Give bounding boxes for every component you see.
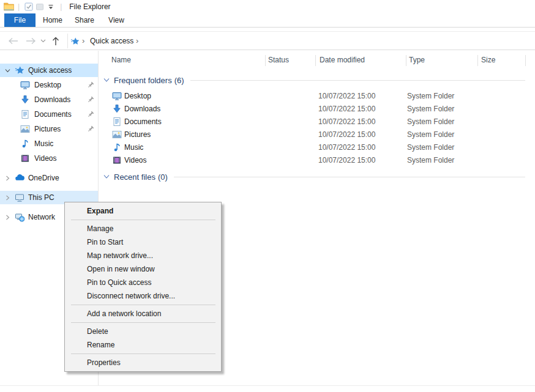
chevron-down-icon[interactable] <box>103 78 110 83</box>
sidebar-item-videos[interactable]: Videos <box>0 152 98 165</box>
menu-item-pin-to-quick-access[interactable]: Pin to Quick access <box>65 276 221 289</box>
file-row-downloads[interactable]: Downloads 10/07/2022 15:00 System Folder <box>99 103 535 116</box>
menu-item-open-in-new-window[interactable]: Open in new window <box>65 262 221 276</box>
file-row-documents[interactable]: Documents 10/07/2022 15:00 System Folder <box>99 116 535 128</box>
ribbon-tab-bar: File Home Share View <box>0 13 535 28</box>
up-arrow-icon[interactable] <box>49 32 62 50</box>
desktop-icon <box>112 91 122 101</box>
file-type: System Folder <box>407 141 454 154</box>
pin-icon <box>87 96 94 103</box>
menu-separator <box>71 305 215 305</box>
file-name: Documents <box>124 116 162 128</box>
chevron-right-icon[interactable] <box>5 215 11 220</box>
tab-view[interactable]: View <box>102 13 131 27</box>
file-type: System Folder <box>407 116 454 128</box>
documents-icon <box>20 109 30 119</box>
tab-home[interactable]: Home <box>38 13 67 27</box>
sidebar-item-label: Quick access <box>28 66 72 75</box>
column-header-date-modified[interactable]: Date modified <box>320 51 365 70</box>
sidebar-item-label: Documents <box>34 110 72 119</box>
file-explorer-folder-icon <box>4 2 14 12</box>
group-header-frequent-folders[interactable]: Frequent folders (6) <box>99 75 535 86</box>
sidebar-item-label: Videos <box>34 154 56 163</box>
sidebar-item-label: Downloads <box>34 95 70 104</box>
quick-access-star-icon[interactable] <box>70 37 80 46</box>
file-date-modified: 10/07/2022 15:00 <box>318 128 375 141</box>
sidebar-item-documents[interactable]: Documents <box>0 108 98 121</box>
sidebar-item-label: Network <box>28 213 55 221</box>
menu-item-rename[interactable]: Rename <box>65 338 221 352</box>
chevron-right-icon[interactable] <box>5 195 11 201</box>
separator: | <box>60 2 62 11</box>
sidebar-item-quick-access[interactable]: Quick access <box>0 64 98 77</box>
menu-item-disconnect-network-drive[interactable]: Disconnect network drive... <box>65 289 221 303</box>
downloads-icon <box>112 104 122 114</box>
this-pc-icon <box>15 193 24 202</box>
breadcrumb-chevron-icon[interactable]: › <box>82 32 84 50</box>
file-type: System Folder <box>407 90 454 103</box>
chevron-down-icon[interactable] <box>103 174 110 179</box>
quick-access-star-icon <box>15 65 24 75</box>
menu-item-map-network-drive[interactable]: Map network drive... <box>65 249 221 262</box>
column-divider[interactable] <box>477 55 478 66</box>
chevron-down-icon[interactable] <box>5 68 11 73</box>
file-name: Videos <box>124 154 146 167</box>
group-header-rule <box>190 80 525 81</box>
pin-icon <box>87 81 94 89</box>
address-bar: › Quick access › <box>0 31 535 50</box>
menu-item-expand[interactable]: Expand <box>65 204 221 218</box>
file-row-videos[interactable]: Videos 10/07/2022 15:00 System Folder <box>99 154 535 167</box>
sidebar-item-desktop[interactable]: Desktop <box>0 78 98 92</box>
menu-item-delete[interactable]: Delete <box>65 325 221 338</box>
breadcrumb-chevron-icon[interactable]: › <box>136 32 138 50</box>
file-date-modified: 10/07/2022 15:00 <box>318 103 375 116</box>
file-row-pictures[interactable]: Pictures 10/07/2022 15:00 System Folder <box>99 128 535 141</box>
sidebar-item-music[interactable]: Music <box>0 137 98 150</box>
file-date-modified: 10/07/2022 15:00 <box>318 116 375 128</box>
network-icon <box>15 212 25 222</box>
file-row-music[interactable]: Music 10/07/2022 15:00 System Folder <box>99 141 535 154</box>
tab-share[interactable]: Share <box>70 13 99 27</box>
column-divider[interactable] <box>315 55 316 66</box>
tab-file[interactable]: File <box>4 13 36 27</box>
group-header-label: Recent files <box>114 172 155 182</box>
breadcrumb-quick-access[interactable]: Quick access <box>90 32 133 50</box>
column-divider[interactable] <box>406 55 406 66</box>
group-header-recent-files[interactable]: Recent files (0) <box>99 171 535 182</box>
recent-locations-chevron-icon[interactable] <box>38 32 48 50</box>
menu-item-manage[interactable]: Manage <box>65 222 221 235</box>
menu-item-properties[interactable]: Properties <box>65 356 221 369</box>
menu-item-add-network-location[interactable]: Add a network location <box>65 307 221 320</box>
back-arrow-icon[interactable] <box>6 32 21 50</box>
qat-customize-dropdown-icon[interactable] <box>45 1 56 12</box>
sidebar-item-pictures[interactable]: Pictures <box>0 122 98 136</box>
group-header-label: Frequent folders <box>114 76 172 85</box>
chevron-right-icon[interactable] <box>5 176 11 181</box>
group-header-count: (6) <box>174 76 184 85</box>
column-divider[interactable] <box>525 55 526 66</box>
pin-icon <box>87 111 94 118</box>
column-divider[interactable] <box>265 55 266 66</box>
menu-separator <box>71 220 215 220</box>
file-name: Music <box>124 141 143 154</box>
forward-arrow-icon[interactable] <box>23 32 38 50</box>
file-type: System Folder <box>407 154 454 167</box>
music-icon <box>112 142 122 152</box>
sidebar-item-downloads[interactable]: Downloads <box>0 93 98 106</box>
menu-item-pin-to-start[interactable]: Pin to Start <box>65 235 221 249</box>
column-header-type[interactable]: Type <box>409 51 425 70</box>
column-header-row: Name Status Date modified Type Size <box>99 51 535 70</box>
file-row-desktop[interactable]: Desktop 10/07/2022 15:00 System Folder <box>99 90 535 103</box>
pin-icon <box>87 125 94 133</box>
window-title: File Explorer <box>69 2 110 11</box>
sidebar-item-onedrive[interactable]: OneDrive <box>0 171 98 185</box>
group-header-rule <box>174 177 525 177</box>
pictures-icon <box>112 130 122 139</box>
column-header-size[interactable]: Size <box>481 51 495 70</box>
properties-check-icon[interactable] <box>23 1 34 12</box>
column-header-status[interactable]: Status <box>268 51 289 70</box>
column-header-name[interactable]: Name <box>111 51 131 70</box>
onedrive-icon <box>15 173 25 183</box>
sidebar-item-label: Pictures <box>34 125 61 133</box>
music-icon <box>20 139 30 149</box>
